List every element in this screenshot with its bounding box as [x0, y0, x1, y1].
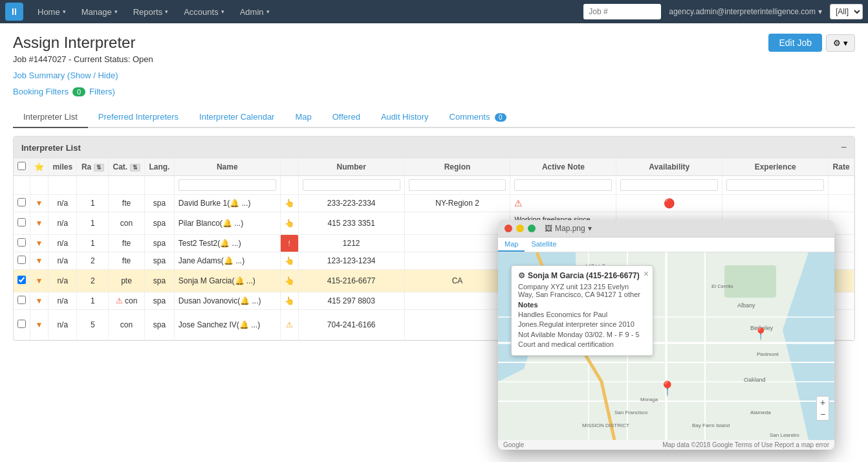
filter-region-input[interactable] — [409, 179, 506, 191]
row-miles: n/a — [49, 310, 77, 340]
row-checkbox-cell — [14, 235, 30, 252]
row-checkbox[interactable] — [17, 296, 26, 304]
row-hand-icon: 👆 — [280, 270, 298, 292]
region-dropdown[interactable]: [All] — [830, 4, 863, 19]
filter-name-input[interactable] — [179, 179, 276, 191]
google-label: Google — [503, 441, 524, 448]
header-row: Assign Interpreter Job #1447027 - Curren… — [13, 34, 855, 107]
filter-icon-cell — [280, 176, 298, 195]
row-number: 704-241-6166 — [298, 310, 404, 340]
nav-reports[interactable]: Reports ▾ — [127, 0, 175, 23]
row-checkbox[interactable] — [17, 320, 26, 328]
row-star-cell: ▼ — [30, 252, 49, 270]
filter-note-input[interactable] — [514, 179, 612, 191]
row-name: Sonja M Garcia(🔔 ...) — [174, 270, 280, 292]
tab-map[interactable]: Map — [285, 107, 321, 128]
map-tab-map[interactable]: Map — [498, 237, 525, 252]
tab-offered[interactable]: Offered — [322, 107, 371, 128]
booking-filters[interactable]: Booking Filters 0 Filters) — [13, 87, 115, 96]
filter-avail-cell — [616, 176, 722, 195]
row-category: ⚠ con — [109, 292, 145, 310]
filter-note-cell — [510, 176, 616, 195]
tab-interpreter-calendar[interactable]: Interpreter Calendar — [189, 107, 285, 128]
row-checkbox[interactable] — [17, 218, 26, 226]
filter-exp-cell — [722, 176, 829, 195]
row-star-cell: ▼ — [30, 195, 49, 212]
row-rating: 5 — [77, 310, 109, 340]
row-language: spa — [145, 310, 175, 340]
row-number: 415 233 3351 — [298, 212, 404, 235]
map-popup: 🖼 Map.png ▾ Map Satellite — [498, 220, 834, 450]
filter-number-cell — [298, 176, 404, 195]
close-window-button[interactable] — [505, 225, 512, 232]
row-rating: 2 — [77, 252, 109, 270]
minimize-window-button[interactable] — [516, 225, 524, 232]
close-info-box-button[interactable]: × — [644, 269, 649, 279]
app-logo[interactable]: II — [5, 3, 23, 21]
col-category: Cat. ⇅ — [109, 159, 145, 176]
row-category: pte — [109, 270, 145, 292]
filter-badge: 0 — [72, 87, 85, 96]
row-category: con — [109, 212, 145, 235]
map-info-notes-label: Notes — [518, 301, 646, 309]
row-checkbox[interactable] — [17, 256, 26, 264]
settings-caret: ▾ — [843, 38, 848, 48]
select-all-checkbox[interactable] — [17, 162, 26, 170]
svg-text:San Leandro: San Leandro — [770, 432, 799, 438]
nav-manage-caret: ▾ — [114, 8, 118, 15]
nav-admin[interactable]: Admin ▾ — [233, 0, 276, 23]
col-icon — [280, 159, 298, 176]
row-checkbox[interactable] — [17, 198, 26, 206]
svg-text:Albany: Albany — [737, 302, 755, 309]
row-language: spa — [145, 235, 175, 252]
panel-collapse-button[interactable]: − — [841, 142, 847, 153]
tab-comments[interactable]: Comments 0 — [439, 107, 517, 128]
filter-category-cell — [109, 176, 145, 195]
tab-audit-history[interactable]: Audit History — [371, 107, 439, 128]
zoom-out-button[interactable]: − — [817, 408, 829, 420]
map-tab-satellite[interactable]: Satellite — [525, 237, 563, 252]
edit-job-button[interactable]: Edit Job — [768, 34, 822, 52]
svg-text:Oakland: Oakland — [744, 377, 766, 383]
row-checkbox-cell — [14, 270, 30, 292]
nav-accounts[interactable]: Accounts ▾ — [177, 0, 230, 23]
tab-interpreter-list[interactable]: Interpreter List — [13, 107, 88, 128]
row-checkbox[interactable] — [17, 238, 26, 247]
map-footer-text: Map data ©2018 Google Terms of Use Repor… — [662, 441, 829, 448]
col-availability: Availability — [616, 159, 722, 176]
rating-sort-btn[interactable]: ⇅ — [94, 164, 104, 171]
filter-region-cell — [404, 176, 510, 195]
maximize-window-button[interactable] — [528, 225, 536, 232]
row-number: 233-223-2334 — [298, 195, 404, 212]
filter-language-cell — [145, 176, 175, 195]
nav-manage[interactable]: Manage ▾ — [75, 0, 124, 23]
row-name: Dusan Jovanovic(🔔 ...) — [174, 292, 280, 310]
filter-number-input[interactable] — [303, 179, 400, 191]
map-zoom-controls: + − — [816, 396, 829, 421]
comments-badge: 0 — [495, 113, 506, 122]
row-checkbox[interactable] — [17, 276, 26, 284]
job-search-input[interactable] — [583, 4, 661, 19]
filter-avail-input[interactable] — [620, 179, 718, 191]
col-name: Name — [174, 159, 280, 176]
row-number: 415 297 8803 — [298, 292, 404, 310]
nav-home[interactable]: Home ▾ — [31, 0, 72, 23]
map-info-address: Company XYZ unit 123 215 Evelyn Way, San… — [518, 283, 646, 298]
row-category: fte — [109, 235, 145, 252]
job-summary-link[interactable]: Job Summary (Show / Hide) — [13, 71, 118, 80]
row-category: fte — [109, 252, 145, 270]
map-tabs: Map Satellite — [498, 237, 834, 252]
col-language: Lang. — [145, 159, 175, 176]
row-hand-icon: 👆 — [280, 195, 298, 212]
filter-exp-input[interactable] — [726, 179, 824, 191]
category-sort-btn[interactable]: ⇅ — [130, 164, 140, 171]
row-language: spa — [145, 270, 175, 292]
tab-preferred-interpreters[interactable]: Preferred Interpreters — [88, 107, 189, 128]
row-star-cell: ▼ — [30, 310, 49, 340]
image-icon: 🖼 — [545, 224, 552, 233]
row-star-cell: ▼ — [30, 270, 49, 292]
user-caret: ▾ — [818, 7, 822, 16]
zoom-in-button[interactable]: + — [817, 397, 829, 408]
settings-button[interactable]: ⚙ ▾ — [826, 34, 855, 52]
row-miles: n/a — [49, 292, 77, 310]
